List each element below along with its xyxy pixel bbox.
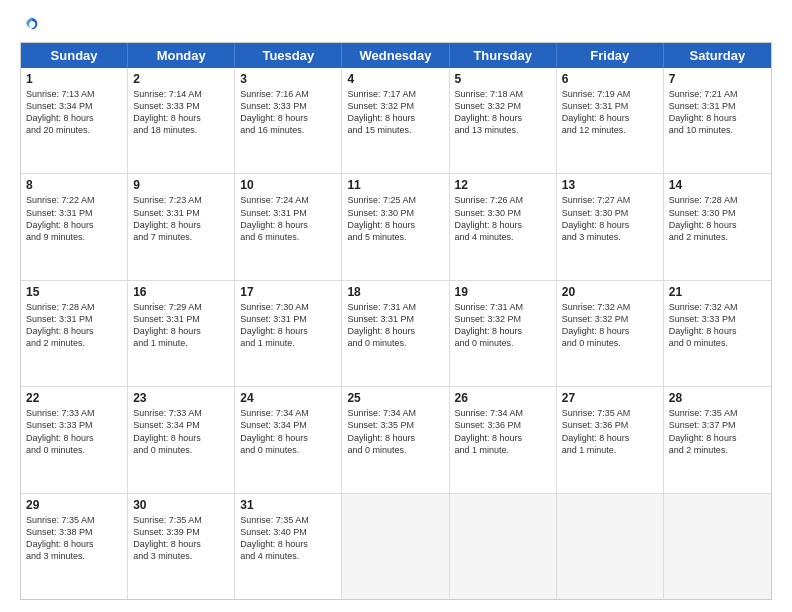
calendar-cell: 31Sunrise: 7:35 AMSunset: 3:40 PMDayligh… <box>235 494 342 599</box>
calendar-cell: 7Sunrise: 7:21 AMSunset: 3:31 PMDaylight… <box>664 68 771 173</box>
calendar: SundayMondayTuesdayWednesdayThursdayFrid… <box>20 42 772 600</box>
calendar-cell <box>450 494 557 599</box>
cell-line: Sunrise: 7:19 AM <box>562 88 658 100</box>
day-number: 7 <box>669 72 766 86</box>
cell-line: Sunset: 3:31 PM <box>240 313 336 325</box>
day-number: 19 <box>455 285 551 299</box>
cell-line: and 0 minutes. <box>240 444 336 456</box>
calendar-cell: 13Sunrise: 7:27 AMSunset: 3:30 PMDayligh… <box>557 174 664 279</box>
cell-line: Sunset: 3:36 PM <box>562 419 658 431</box>
day-number: 30 <box>133 498 229 512</box>
cell-line: Daylight: 8 hours <box>669 219 766 231</box>
cell-line: and 0 minutes. <box>455 337 551 349</box>
calendar-header: SundayMondayTuesdayWednesdayThursdayFrid… <box>21 43 771 68</box>
cell-line: Daylight: 8 hours <box>455 219 551 231</box>
cell-line: Sunset: 3:32 PM <box>347 100 443 112</box>
cell-line: Daylight: 8 hours <box>133 538 229 550</box>
cell-line: Sunrise: 7:33 AM <box>26 407 122 419</box>
cell-line: and 1 minute. <box>133 337 229 349</box>
cell-line: and 16 minutes. <box>240 124 336 136</box>
cell-line: Daylight: 8 hours <box>240 325 336 337</box>
day-number: 21 <box>669 285 766 299</box>
cell-line: Sunset: 3:34 PM <box>240 419 336 431</box>
cell-line: Sunset: 3:30 PM <box>347 207 443 219</box>
calendar-cell: 30Sunrise: 7:35 AMSunset: 3:39 PMDayligh… <box>128 494 235 599</box>
cell-line: Sunset: 3:35 PM <box>347 419 443 431</box>
header-day: Saturday <box>664 43 771 68</box>
calendar-cell: 20Sunrise: 7:32 AMSunset: 3:32 PMDayligh… <box>557 281 664 386</box>
cell-line: Sunset: 3:33 PM <box>26 419 122 431</box>
calendar-cell: 10Sunrise: 7:24 AMSunset: 3:31 PMDayligh… <box>235 174 342 279</box>
cell-line: Sunrise: 7:35 AM <box>240 514 336 526</box>
cell-line: Sunset: 3:31 PM <box>133 207 229 219</box>
cell-line: and 13 minutes. <box>455 124 551 136</box>
cell-line: Daylight: 8 hours <box>347 112 443 124</box>
day-number: 29 <box>26 498 122 512</box>
calendar-cell <box>342 494 449 599</box>
cell-line: Sunset: 3:33 PM <box>669 313 766 325</box>
cell-line: Sunset: 3:36 PM <box>455 419 551 431</box>
cell-line: Sunrise: 7:32 AM <box>669 301 766 313</box>
day-number: 23 <box>133 391 229 405</box>
calendar-cell <box>557 494 664 599</box>
day-number: 1 <box>26 72 122 86</box>
calendar-cell <box>664 494 771 599</box>
calendar-cell: 27Sunrise: 7:35 AMSunset: 3:36 PMDayligh… <box>557 387 664 492</box>
cell-line: Sunset: 3:31 PM <box>26 313 122 325</box>
cell-line: Daylight: 8 hours <box>562 325 658 337</box>
cell-line: Sunset: 3:31 PM <box>240 207 336 219</box>
cell-line: Sunrise: 7:28 AM <box>26 301 122 313</box>
cell-line: Daylight: 8 hours <box>347 219 443 231</box>
calendar-cell: 4Sunrise: 7:17 AMSunset: 3:32 PMDaylight… <box>342 68 449 173</box>
cell-line: Daylight: 8 hours <box>669 432 766 444</box>
cell-line: Sunset: 3:39 PM <box>133 526 229 538</box>
cell-line: Daylight: 8 hours <box>26 112 122 124</box>
day-number: 13 <box>562 178 658 192</box>
day-number: 12 <box>455 178 551 192</box>
calendar-cell: 2Sunrise: 7:14 AMSunset: 3:33 PMDaylight… <box>128 68 235 173</box>
cell-line: Daylight: 8 hours <box>562 432 658 444</box>
cell-line: Daylight: 8 hours <box>240 112 336 124</box>
cell-line: Sunrise: 7:23 AM <box>133 194 229 206</box>
cell-line: and 0 minutes. <box>133 444 229 456</box>
calendar-cell: 9Sunrise: 7:23 AMSunset: 3:31 PMDaylight… <box>128 174 235 279</box>
day-number: 10 <box>240 178 336 192</box>
cell-line: and 3 minutes. <box>26 550 122 562</box>
cell-line: Sunrise: 7:14 AM <box>133 88 229 100</box>
cell-line: Daylight: 8 hours <box>669 112 766 124</box>
cell-line: Sunrise: 7:13 AM <box>26 88 122 100</box>
cell-line: Sunset: 3:30 PM <box>562 207 658 219</box>
cell-line: Sunset: 3:40 PM <box>240 526 336 538</box>
cell-line: Sunset: 3:30 PM <box>669 207 766 219</box>
cell-line: Sunrise: 7:30 AM <box>240 301 336 313</box>
cell-line: and 5 minutes. <box>347 231 443 243</box>
calendar-cell: 16Sunrise: 7:29 AMSunset: 3:31 PMDayligh… <box>128 281 235 386</box>
cell-line: Sunset: 3:33 PM <box>133 100 229 112</box>
cell-line: and 9 minutes. <box>26 231 122 243</box>
cell-line: Sunrise: 7:25 AM <box>347 194 443 206</box>
cell-line: Sunrise: 7:35 AM <box>669 407 766 419</box>
day-number: 22 <box>26 391 122 405</box>
cell-line: Sunrise: 7:33 AM <box>133 407 229 419</box>
cell-line: and 0 minutes. <box>26 444 122 456</box>
day-number: 27 <box>562 391 658 405</box>
cell-line: Sunrise: 7:35 AM <box>562 407 658 419</box>
cell-line: Sunrise: 7:34 AM <box>455 407 551 419</box>
cell-line: Sunset: 3:31 PM <box>133 313 229 325</box>
cell-line: and 7 minutes. <box>133 231 229 243</box>
cell-line: Daylight: 8 hours <box>26 219 122 231</box>
cell-line: Daylight: 8 hours <box>347 325 443 337</box>
header-day: Wednesday <box>342 43 449 68</box>
cell-line: Sunrise: 7:22 AM <box>26 194 122 206</box>
cell-line: Sunset: 3:32 PM <box>455 100 551 112</box>
cell-line: and 0 minutes. <box>669 337 766 349</box>
calendar-row: 15Sunrise: 7:28 AMSunset: 3:31 PMDayligh… <box>21 281 771 387</box>
header-day: Friday <box>557 43 664 68</box>
calendar-cell: 17Sunrise: 7:30 AMSunset: 3:31 PMDayligh… <box>235 281 342 386</box>
day-number: 2 <box>133 72 229 86</box>
day-number: 20 <box>562 285 658 299</box>
cell-line: Sunrise: 7:32 AM <box>562 301 658 313</box>
day-number: 16 <box>133 285 229 299</box>
cell-line: and 4 minutes. <box>240 550 336 562</box>
cell-line: Daylight: 8 hours <box>133 112 229 124</box>
